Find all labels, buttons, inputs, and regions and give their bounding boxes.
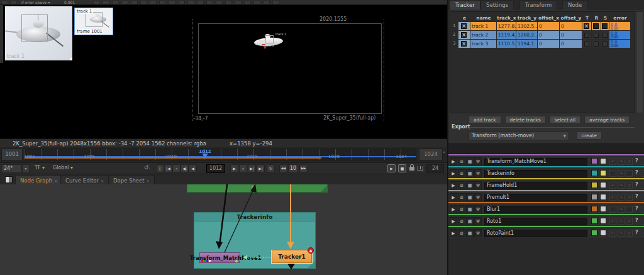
tab-node[interactable]: Node: [562, 0, 587, 9]
revert-icon[interactable]: ↶: [609, 218, 616, 225]
next-keyframe-button[interactable]: »: [239, 164, 247, 172]
translate-checkbox[interactable]: [584, 42, 589, 47]
expand-arrow-icon[interactable]: ▶: [450, 229, 457, 237]
revert-icon[interactable]: ↶: [609, 182, 616, 189]
node-name-field[interactable]: Blur1: [484, 206, 587, 213]
add-track-button[interactable]: add track: [469, 116, 501, 124]
col-header-track-x[interactable]: track_x: [497, 14, 516, 22]
expand-arrow-icon[interactable]: ▶: [450, 205, 457, 213]
col-header-e[interactable]: e: [458, 14, 470, 22]
bypass-icon[interactable]: ⊘: [458, 217, 465, 225]
toolbar-icon[interactable]: [235, 1, 242, 4]
close-icon[interactable]: ×: [146, 179, 150, 184]
translate-checkbox[interactable]: ×: [584, 23, 589, 29]
reload-icon[interactable]: ↺: [626, 158, 633, 165]
center-icon[interactable]: ▦: [466, 205, 474, 213]
node-color-swatch[interactable]: [591, 206, 597, 212]
node-row[interactable]: ▶ ⊘ ▦ Ψ Blur1 ↶ ↷ ↺ ? ×: [448, 202, 644, 214]
node-row[interactable]: ▶ ⊘ ▦ Ψ Trackerinfo ↶ ↷ ↺ ? ×: [448, 166, 644, 178]
node-row[interactable]: ▶ ⊘ ▦ Ψ Transform_MatchMove1 ↶ ↷ ↺ ? ×: [448, 154, 644, 166]
help-button[interactable]: ?: [635, 206, 638, 211]
enable-cell[interactable]: ×: [458, 31, 470, 39]
enable-checkbox[interactable]: ×: [461, 32, 467, 38]
enable-cell[interactable]: ×: [458, 22, 470, 30]
flipbook-icon[interactable]: [418, 166, 423, 171]
bypass-icon[interactable]: ⊘: [458, 193, 465, 201]
table-row[interactable]: 2 × track 2 1119.4.. 1260.2.. 0 0 0.0000: [450, 31, 635, 39]
goto-start-button[interactable]: |◀: [164, 164, 172, 172]
tab-settings[interactable]: Settings: [480, 0, 514, 9]
help-button[interactable]: ?: [635, 194, 638, 199]
scale-cell[interactable]: [601, 40, 609, 48]
track-y-cell[interactable]: 1260.2..: [516, 31, 538, 39]
col-header-t[interactable]: T: [582, 14, 592, 22]
tf-dropdown[interactable]: TF ▾: [35, 165, 45, 171]
rotate-cell[interactable]: [592, 31, 601, 39]
resize-handle[interactable]: [70, 58, 72, 60]
toolbar-icon[interactable]: [187, 1, 194, 4]
center-icon[interactable]: ▦: [466, 169, 474, 177]
close-icon[interactable]: ×: [54, 179, 58, 184]
offset-y-cell[interactable]: 0: [560, 40, 582, 48]
error-threshold-dropdown[interactable]: if error above ▾: [21, 0, 50, 5]
toolbar-icon[interactable]: [272, 1, 279, 4]
name-cell[interactable]: track 2: [470, 31, 497, 39]
node-row[interactable]: ▶ ⊘ ▦ Ψ RotoPaint1 ↶ ↷ ↺ ? ×: [448, 226, 644, 238]
range-scope-dropdown[interactable]: Global ▾: [53, 165, 73, 171]
rotate-cell[interactable]: [592, 40, 601, 48]
pane-menu-icon[interactable]: [5, 176, 13, 183]
rotate-checkbox[interactable]: [594, 42, 599, 47]
range-start-field[interactable]: 1001: [1, 149, 23, 160]
track-y-cell[interactable]: 1302.5..: [516, 22, 538, 30]
scale-checkbox[interactable]: [602, 23, 608, 29]
playhead-marker[interactable]: [202, 154, 208, 158]
table-row[interactable]: 1 × track 1 1277.8.. 1302.5.. 0 0 × 0.00…: [450, 22, 635, 30]
node-icon[interactable]: Ψ: [474, 181, 482, 189]
col-header-offset-x[interactable]: offset_x: [538, 14, 560, 22]
delete-tracks-button[interactable]: delete tracks: [505, 116, 546, 124]
step-forward-button[interactable]: ▶|: [248, 164, 256, 172]
rotate-cell[interactable]: [592, 22, 601, 30]
node-row[interactable]: ▶ ⊘ ▦ Ψ Premult1 ↶ ↷ ↺ ? ×: [448, 190, 644, 202]
expand-arrow-icon[interactable]: ▶: [450, 169, 457, 177]
current-frame-field[interactable]: 1012: [206, 164, 225, 173]
frame-range-button[interactable]: [: [156, 164, 164, 172]
expand-arrow-icon[interactable]: ▶: [450, 181, 457, 189]
enable-checkbox[interactable]: ×: [461, 41, 467, 47]
node-color-swatch[interactable]: [591, 170, 597, 176]
node-name-field[interactable]: Trackerinfo: [484, 170, 587, 177]
bypass-icon[interactable]: ⊘: [458, 157, 465, 166]
select-all-button[interactable]: select all: [550, 116, 580, 124]
center-icon[interactable]: ▦: [466, 229, 474, 237]
help-button[interactable]: ?: [635, 182, 638, 188]
toolbar-icon[interactable]: [10, 1, 17, 4]
reload-icon[interactable]: ↺: [626, 182, 633, 189]
goto-end-button[interactable]: ▶|: [257, 164, 265, 172]
node-color-swatch[interactable]: [591, 158, 597, 164]
revert-icon[interactable]: ↶: [609, 194, 616, 201]
average-tracks-button[interactable]: average tracks: [584, 116, 630, 124]
gl-color-swatch[interactable]: [600, 230, 606, 236]
step-back-button[interactable]: ◀|: [180, 164, 189, 172]
offset-x-cell[interactable]: 0: [538, 22, 560, 30]
gl-color-swatch[interactable]: [600, 206, 606, 212]
reload-icon[interactable]: ↺: [626, 170, 633, 177]
tab-tracker[interactable]: Tracker: [450, 0, 480, 9]
node-color-swatch[interactable]: [591, 194, 597, 200]
toolbar-icon[interactable]: [263, 1, 270, 4]
lock-range-icon[interactable]: [409, 167, 414, 171]
bypass-icon[interactable]: ⊘: [458, 229, 465, 237]
close-panel-icon[interactable]: ×: [641, 158, 644, 165]
node-color-swatch[interactable]: [591, 182, 597, 188]
tracker-patch-window[interactable]: track 1 frame 1001: [74, 8, 113, 35]
node-icon[interactable]: Ψ: [474, 169, 482, 177]
gl-color-swatch[interactable]: [600, 170, 606, 176]
node-graph-canvas[interactable]: Trackerinfo Transform_MatchMove1 Tracker…: [0, 184, 447, 275]
close-panel-icon[interactable]: ×: [641, 194, 644, 201]
help-button[interactable]: ?: [635, 218, 638, 223]
fps-dropdown[interactable]: 24*: [1, 164, 21, 173]
help-button[interactable]: ?: [635, 230, 638, 235]
node-name-field[interactable]: Transform_MatchMove1: [484, 158, 587, 166]
node-row[interactable]: ▶ ⊘ ▦ Ψ Roto1 ↶ ↷ ↺ ? ×: [448, 214, 644, 226]
track-x-cell[interactable]: 1119.4..: [497, 31, 516, 39]
